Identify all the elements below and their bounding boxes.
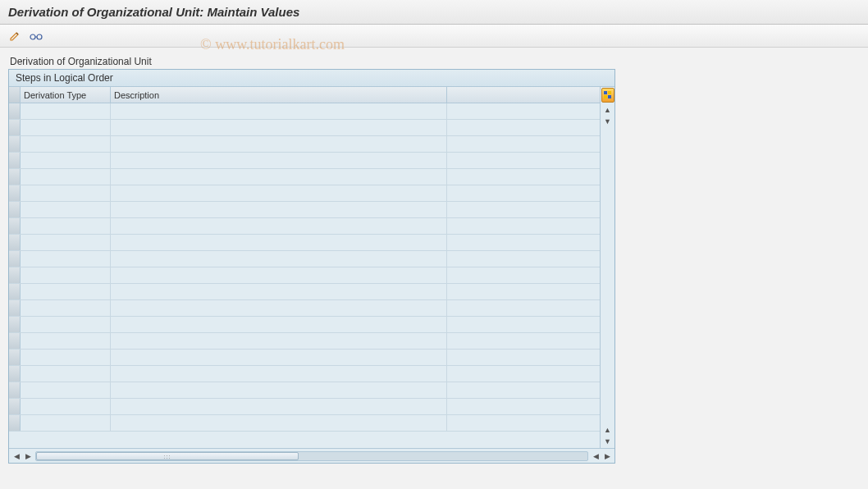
cell-description[interactable] — [111, 317, 447, 332]
table-row[interactable] — [9, 267, 600, 284]
row-selector[interactable] — [9, 317, 21, 332]
table-row[interactable] — [9, 120, 600, 136]
steps-panel: Steps in Logical Order Derivation Type D… — [8, 69, 615, 464]
table-row[interactable] — [9, 185, 600, 202]
row-selector[interactable] — [9, 251, 21, 267]
cell-description[interactable] — [111, 267, 447, 283]
table-row[interactable] — [9, 333, 600, 350]
cell-description[interactable] — [111, 284, 447, 299]
cell-description[interactable] — [111, 350, 447, 365]
table-row[interactable] — [9, 415, 600, 432]
cell-description[interactable] — [111, 366, 447, 382]
row-selector[interactable] — [9, 169, 21, 185]
table-row[interactable] — [9, 366, 600, 382]
table-row[interactable] — [9, 284, 600, 300]
cell-description[interactable] — [111, 251, 447, 267]
scroll-last-button[interactable]: ▶ — [601, 450, 613, 462]
table-row[interactable] — [9, 251, 600, 267]
scroll-down-button[interactable]: ▼ — [602, 117, 614, 126]
scroll-up-button[interactable]: ▲ — [602, 105, 614, 115]
row-selector[interactable] — [9, 333, 21, 349]
hscroll-thumb[interactable]: ::: — [36, 452, 299, 460]
table-row[interactable] — [9, 153, 600, 169]
row-selector[interactable] — [9, 267, 21, 283]
row-selector[interactable] — [9, 185, 21, 201]
column-description[interactable]: Description — [111, 87, 447, 103]
cell-derivation-type[interactable] — [21, 153, 111, 168]
table-row[interactable] — [9, 136, 600, 153]
cell-description[interactable] — [111, 235, 447, 250]
cell-description[interactable] — [111, 399, 447, 414]
hscroll-track[interactable]: ::: — [35, 451, 588, 461]
select-all-rows[interactable] — [9, 87, 21, 103]
table-row[interactable] — [9, 399, 600, 415]
cell-derivation-type[interactable] — [21, 317, 111, 332]
cell-description[interactable] — [111, 103, 447, 119]
row-selector[interactable] — [9, 415, 21, 431]
cell-description[interactable] — [111, 120, 447, 135]
cell-derivation-type[interactable] — [21, 136, 111, 152]
cell-description[interactable] — [111, 153, 447, 168]
scroll-down-bottom-button[interactable]: ▼ — [602, 436, 614, 446]
row-selector[interactable] — [9, 399, 21, 414]
scroll-up-bottom-button[interactable]: ▲ — [602, 425, 614, 435]
configure-columns-button[interactable] — [601, 88, 614, 103]
row-selector[interactable] — [9, 350, 21, 365]
cell-derivation-type[interactable] — [21, 169, 111, 185]
cell-description[interactable] — [111, 333, 447, 349]
scroll-left-button[interactable]: ▶ — [22, 450, 34, 462]
table-row[interactable] — [9, 218, 600, 235]
cell-description[interactable] — [111, 415, 447, 431]
table-row[interactable] — [9, 382, 600, 399]
row-selector[interactable] — [9, 202, 21, 217]
cell-derivation-type[interactable] — [21, 103, 111, 119]
row-selector[interactable] — [9, 300, 21, 316]
svg-rect-3 — [608, 91, 611, 94]
row-selector[interactable] — [9, 153, 21, 168]
row-selector[interactable] — [9, 120, 21, 135]
cell-derivation-type[interactable] — [21, 382, 111, 398]
scroll-first-button[interactable]: ◀ — [11, 450, 22, 462]
row-selector[interactable] — [9, 284, 21, 299]
cell-derivation-type[interactable] — [21, 235, 111, 250]
table-row[interactable] — [9, 317, 600, 333]
table-row[interactable] — [9, 300, 600, 317]
cell-description[interactable] — [111, 169, 447, 185]
cell-description[interactable] — [111, 300, 447, 316]
cell-derivation-type[interactable] — [21, 251, 111, 267]
edit-button[interactable] — [7, 28, 23, 44]
table-row[interactable] — [9, 235, 600, 251]
row-selector[interactable] — [9, 218, 21, 234]
table-row[interactable] — [9, 169, 600, 185]
cell-derivation-type[interactable] — [21, 284, 111, 299]
cell-derivation-type[interactable] — [21, 333, 111, 349]
row-selector[interactable] — [9, 136, 21, 152]
grid-header: Derivation Type Description — [9, 87, 600, 103]
cell-description[interactable] — [111, 202, 447, 217]
cell-derivation-type[interactable] — [21, 267, 111, 283]
cell-derivation-type[interactable] — [21, 399, 111, 414]
vertical-scrollbar[interactable]: ▲ ▼ ▲ ▼ — [601, 103, 614, 448]
cell-derivation-type[interactable] — [21, 415, 111, 431]
cell-derivation-type[interactable] — [21, 350, 111, 365]
cell-description[interactable] — [111, 218, 447, 234]
row-selector[interactable] — [9, 235, 21, 250]
cell-derivation-type[interactable] — [21, 120, 111, 135]
table-row[interactable] — [9, 103, 600, 120]
cell-derivation-type[interactable] — [21, 185, 111, 201]
table-row[interactable] — [9, 350, 600, 366]
cell-derivation-type[interactable] — [21, 202, 111, 217]
cell-description[interactable] — [111, 185, 447, 201]
column-derivation-type[interactable]: Derivation Type — [21, 87, 111, 103]
display-change-button[interactable] — [28, 28, 44, 44]
row-selector[interactable] — [9, 366, 21, 382]
cell-derivation-type[interactable] — [21, 300, 111, 316]
cell-derivation-type[interactable] — [21, 366, 111, 382]
scroll-right-button[interactable]: ◀ — [590, 450, 601, 462]
row-selector[interactable] — [9, 103, 21, 119]
cell-description[interactable] — [111, 382, 447, 398]
row-selector[interactable] — [9, 382, 21, 398]
cell-description[interactable] — [111, 136, 447, 152]
table-row[interactable] — [9, 202, 600, 218]
cell-derivation-type[interactable] — [21, 218, 111, 234]
